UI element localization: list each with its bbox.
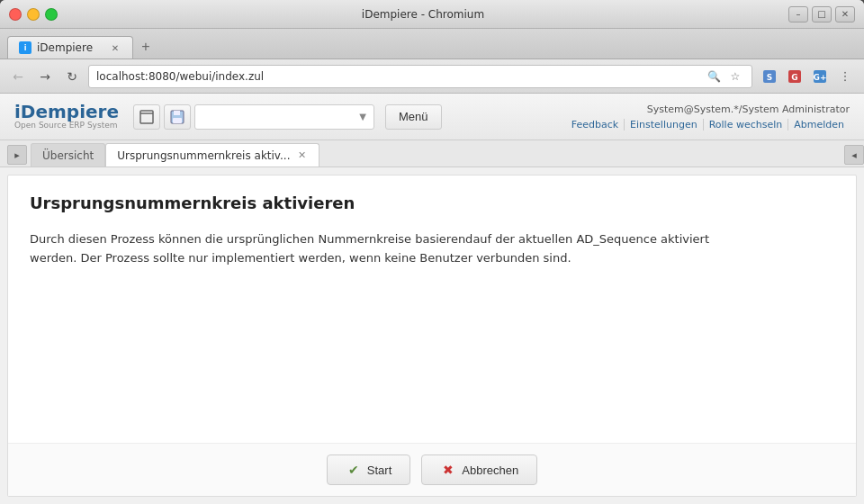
new-window-button[interactable] (133, 104, 160, 130)
content-title: Ursprungsnummernkreis aktivieren (30, 194, 834, 212)
zoom-icon[interactable]: 🔍 (705, 68, 723, 86)
navbar-icons: S G G+ ⋮ (758, 65, 857, 88)
address-bar[interactable]: localhost:8080/webui/index.zul 🔍 ☆ (88, 65, 752, 88)
back-button[interactable]: ← (7, 66, 29, 87)
logo-sub-text: Open Source ERP System (14, 121, 119, 130)
tab-label: iDempiere (37, 41, 93, 54)
browser-window-buttons: – □ ✕ (788, 6, 855, 22)
app-header: iDempiere Open Source ERP System (0, 94, 864, 140)
content-footer: Start Abbrechen (8, 443, 856, 496)
tab-overview-label: Übersicht (42, 149, 94, 162)
content-text: Durch diesen Prozess können die ursprüng… (30, 230, 732, 268)
browser-controls (9, 8, 58, 21)
tab-active-close-icon[interactable]: ✕ (295, 149, 308, 162)
x-icon (440, 462, 456, 478)
extension-icon-1[interactable]: S (758, 65, 781, 88)
tab-nav: ▸ Übersicht Ursprungsnummernkreis aktiv.… (0, 140, 864, 167)
address-url: localhost:8080/webui/index.zul (96, 70, 705, 83)
tab-nav-right: ◂ (844, 145, 864, 165)
svg-text:G: G (791, 73, 797, 82)
header-links: Feedback Einstellungen Rolle wechseln Ab… (566, 119, 850, 130)
browser-title: iDempiere - Chromium (58, 8, 788, 21)
new-tab-button[interactable]: + (133, 35, 158, 58)
svg-rect-10 (173, 118, 182, 123)
tab-close-button[interactable]: ✕ (109, 41, 122, 54)
logo-main-text: iDempiere (14, 103, 119, 121)
feedback-link[interactable]: Feedback (566, 119, 625, 130)
main-content: Ursprungsnummernkreis aktivieren Durch d… (7, 175, 857, 497)
extension-icon-3[interactable]: G+ (808, 65, 832, 88)
browser-tabbar: i iDempiere ✕ + (0, 29, 864, 59)
header-toolbar: ▼ Menü (133, 104, 442, 130)
browser-navbar: ← → ↻ localhost:8080/webui/index.zul 🔍 ☆… (0, 59, 864, 94)
check-icon (346, 462, 362, 478)
content-body: Ursprungsnummernkreis aktivieren Durch d… (8, 176, 856, 443)
cancel-button[interactable]: Abbrechen (421, 454, 537, 485)
svg-rect-6 (140, 111, 153, 123)
switch-role-link[interactable]: Rolle wechseln (704, 119, 789, 130)
logout-link[interactable]: Abmelden (788, 119, 850, 130)
window-btn-3[interactable]: ✕ (835, 6, 855, 22)
address-icons: 🔍 ☆ (705, 68, 744, 86)
menu-button[interactable]: Menü (385, 104, 442, 130)
maximize-button[interactable] (45, 8, 58, 21)
save-button[interactable] (164, 104, 191, 130)
tab-overview[interactable]: Übersicht (31, 143, 105, 166)
cancel-button-label: Abbrechen (462, 464, 518, 477)
start-button-label: Start (367, 464, 392, 477)
menu-icon[interactable]: ⋮ (833, 65, 857, 88)
svg-rect-9 (174, 111, 180, 115)
window-btn-2[interactable]: □ (812, 6, 832, 22)
header-user-section: System@System.*/System Administrator Fee… (566, 104, 850, 130)
reload-button[interactable]: ↻ (61, 66, 83, 87)
svg-text:S: S (767, 73, 772, 82)
svg-text:G+: G+ (814, 73, 827, 82)
minimize-button[interactable] (27, 8, 40, 21)
forward-button[interactable]: → (34, 66, 56, 87)
tab-scroll-right-button[interactable]: ◂ (844, 145, 864, 165)
settings-link[interactable]: Einstellungen (625, 119, 704, 130)
sidebar-toggle-button[interactable]: ▸ (7, 145, 27, 165)
dropdown-arrow-icon: ▼ (359, 112, 366, 122)
app-container: iDempiere Open Source ERP System (0, 94, 864, 504)
start-button[interactable]: Start (327, 454, 410, 485)
close-button[interactable] (9, 8, 22, 21)
browser-window: iDempiere - Chromium – □ ✕ i iDempiere ✕… (0, 0, 864, 504)
tab-active[interactable]: Ursprungsnummernkreis aktiv... ✕ (105, 143, 320, 166)
star-icon[interactable]: ☆ (726, 68, 744, 86)
user-info: System@System.*/System Administrator (566, 104, 850, 115)
tab-active-label: Ursprungsnummernkreis aktiv... (117, 149, 290, 162)
app-logo: iDempiere Open Source ERP System (14, 103, 119, 130)
toolbar-dropdown[interactable]: ▼ (194, 104, 374, 130)
browser-titlebar: iDempiere - Chromium – □ ✕ (0, 0, 864, 29)
browser-tab[interactable]: i iDempiere ✕ (7, 36, 133, 58)
window-btn-1[interactable]: – (788, 6, 808, 22)
extension-icon-2[interactable]: G (783, 65, 806, 88)
tab-favicon: i (19, 41, 32, 54)
